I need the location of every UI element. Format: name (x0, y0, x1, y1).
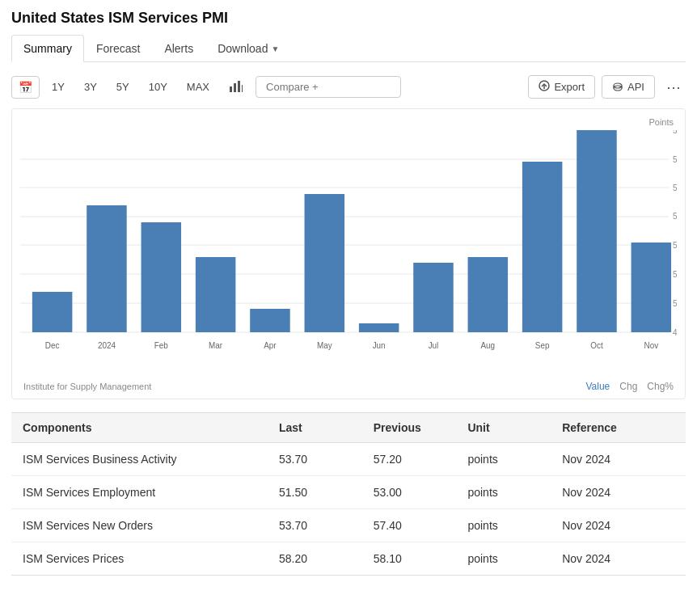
page-title: United States ISM Services PMI (11, 10, 686, 27)
cell-last: 58.20 (268, 542, 362, 576)
cell-last: 53.70 (268, 509, 362, 542)
download-dropdown-arrow: ▼ (271, 44, 279, 53)
chart-y-label: Points (20, 117, 677, 127)
svg-text:Mar: Mar (209, 341, 223, 350)
cell-reference: Nov 2024 (551, 443, 686, 476)
svg-text:Aug: Aug (481, 341, 496, 350)
svg-text:54: 54 (673, 184, 677, 192)
cell-last: 53.70 (268, 443, 362, 476)
cell-last: 51.50 (268, 476, 362, 509)
svg-text:51: 51 (673, 270, 677, 279)
cell-reference: Nov 2024 (551, 476, 686, 509)
chart-footer: Institute for Supply Management Value Ch… (20, 376, 677, 399)
api-button[interactable]: API (602, 75, 655, 99)
svg-rect-41 (468, 257, 509, 332)
cell-unit: points (456, 542, 551, 576)
cell-component[interactable]: ISM Services Prices (11, 542, 268, 576)
chart-value-control[interactable]: Value (585, 381, 610, 392)
svg-text:55: 55 (673, 155, 677, 164)
more-options-button[interactable]: ⋯ (661, 75, 686, 99)
svg-rect-45 (577, 130, 617, 332)
svg-text:49: 49 (673, 328, 677, 337)
table-row: ISM Services Prices 58.20 58.10 points N… (11, 542, 686, 576)
svg-rect-47 (632, 243, 672, 332)
svg-text:Feb: Feb (154, 341, 169, 350)
cell-previous: 57.40 (362, 509, 457, 542)
svg-text:Jun: Jun (373, 341, 386, 350)
svg-text:2024: 2024 (98, 341, 116, 350)
col-header-reference: Reference (551, 413, 686, 443)
svg-rect-33 (250, 309, 290, 332)
calendar-icon: 📅 (19, 81, 32, 94)
table-header-row: Components Last Previous Unit Reference (11, 413, 686, 443)
export-button[interactable]: Export (528, 75, 595, 99)
tab-forecast[interactable]: Forecast (84, 35, 152, 62)
svg-text:52: 52 (673, 241, 677, 250)
svg-rect-27 (87, 205, 127, 332)
svg-rect-29 (142, 222, 182, 332)
cell-previous: 53.00 (362, 476, 457, 509)
svg-text:May: May (317, 341, 332, 350)
tab-alerts[interactable]: Alerts (152, 35, 205, 62)
table-row: ISM Services New Orders 53.70 57.40 poin… (11, 509, 686, 542)
toolbar: 📅 1Y 3Y 5Y 10Y MAX (11, 70, 686, 103)
svg-text:50: 50 (673, 299, 677, 308)
compare-input[interactable] (256, 76, 401, 98)
period-max-button[interactable]: MAX (180, 76, 217, 98)
chart-chgpct-control[interactable]: Chg% (647, 381, 674, 392)
cell-unit: points (456, 476, 551, 509)
toolbar-left: 📅 1Y 3Y 5Y 10Y MAX (11, 74, 401, 100)
svg-text:Jul: Jul (429, 341, 439, 350)
period-10y-button[interactable]: 10Y (142, 76, 175, 98)
svg-text:53: 53 (673, 212, 677, 221)
data-table: Components Last Previous Unit Reference … (11, 412, 686, 576)
chart-area: 49 50 51 52 53 54 55 56 Dec 2024 (20, 130, 677, 376)
chart-type-icon (229, 82, 243, 95)
api-label: API (627, 81, 644, 93)
cell-component[interactable]: ISM Services Business Activity (11, 443, 268, 476)
svg-rect-39 (413, 263, 454, 332)
period-1y-button[interactable]: 1Y (44, 76, 72, 98)
table-row: ISM Services Business Activity 53.70 57.… (11, 443, 686, 476)
cell-reference: Nov 2024 (551, 509, 686, 542)
cell-component[interactable]: ISM Services Employment (11, 476, 268, 509)
svg-rect-31 (196, 257, 236, 332)
svg-rect-1 (234, 83, 236, 92)
svg-text:Sep: Sep (535, 341, 550, 350)
tab-summary[interactable]: Summary (11, 35, 84, 62)
export-label: Export (554, 81, 585, 93)
svg-rect-3 (242, 85, 243, 92)
cell-component[interactable]: ISM Services New Orders (11, 509, 268, 542)
calendar-button[interactable]: 📅 (11, 76, 40, 99)
period-5y-button[interactable]: 5Y (109, 76, 137, 98)
api-icon (612, 80, 623, 94)
svg-rect-35 (305, 194, 345, 332)
svg-text:Oct: Oct (590, 341, 603, 350)
svg-rect-0 (230, 86, 232, 92)
col-header-last: Last (268, 413, 362, 443)
col-header-components: Components (11, 413, 268, 443)
col-header-previous: Previous (362, 413, 457, 443)
export-icon (539, 80, 550, 94)
chart-source: Institute for Supply Management (23, 382, 151, 391)
svg-rect-2 (238, 81, 240, 92)
tab-download[interactable]: Download ▼ (205, 35, 291, 62)
chart-chg-control[interactable]: Chg (619, 381, 637, 392)
svg-text:Nov: Nov (644, 341, 659, 350)
col-header-unit: Unit (456, 413, 551, 443)
svg-rect-25 (32, 292, 73, 332)
svg-text:Apr: Apr (264, 341, 277, 350)
cell-previous: 57.20 (362, 443, 457, 476)
table-row: ISM Services Employment 51.50 53.00 poin… (11, 476, 686, 509)
cell-unit: points (456, 443, 551, 476)
svg-rect-37 (359, 323, 399, 332)
chart-container: Points 49 50 51 52 53 (11, 108, 686, 399)
svg-text:Dec: Dec (45, 341, 60, 350)
chart-type-button[interactable] (222, 74, 251, 100)
svg-text:56: 56 (673, 130, 677, 135)
chart-controls: Value Chg Chg% (585, 381, 674, 392)
cell-reference: Nov 2024 (551, 542, 686, 576)
chart-svg: 49 50 51 52 53 54 55 56 Dec 2024 (20, 130, 677, 376)
period-3y-button[interactable]: 3Y (77, 76, 104, 98)
svg-rect-43 (522, 162, 563, 332)
